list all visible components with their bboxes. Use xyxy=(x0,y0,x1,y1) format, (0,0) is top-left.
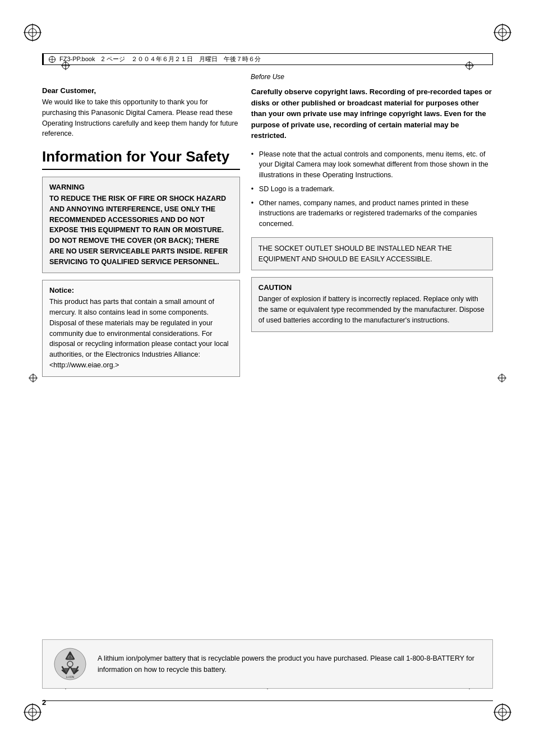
caution-title: CAUTION xyxy=(259,283,486,292)
recycle-icon: Li-ION xyxy=(53,647,87,681)
info-safety-title: Information for Your Safety xyxy=(42,148,240,165)
corner-mark-br xyxy=(492,702,513,722)
notice-text: This product has parts that contain a sm… xyxy=(49,297,233,370)
notice-title: Notice: xyxy=(49,286,233,294)
bullet-item-2: SD Logo is a trademark. xyxy=(251,184,493,195)
cross-mark-mr xyxy=(497,373,507,383)
warning-text: TO REDUCE THE RISK OF FIRE OR SHOCK HAZA… xyxy=(49,193,233,267)
corner-mark-tr xyxy=(492,22,513,43)
page-number: 2 xyxy=(42,698,46,707)
bottom-divider xyxy=(42,700,493,701)
bullet-item-1: Please note that the actual controls and… xyxy=(251,149,493,181)
warning-box: WARNING TO REDUCE THE RISK OF FIRE OR SH… xyxy=(42,177,240,273)
socket-outlet-text: THE SOCKET OUTLET SHOULD BE INSTALLED NE… xyxy=(259,245,452,263)
copyright-text: Carefully observe copyright laws. Record… xyxy=(251,86,493,141)
right-column: Carefully observe copyright laws. Record… xyxy=(251,86,493,377)
dear-customer-text: We would like to take this opportunity t… xyxy=(42,97,240,139)
corner-mark-bl xyxy=(22,702,43,722)
recycle-section: Li-ION A lithium ion/polymer battery tha… xyxy=(42,639,493,689)
left-column: Dear Customer, We would like to take thi… xyxy=(42,86,240,377)
svg-text:Li-ION: Li-ION xyxy=(66,675,75,679)
bullet-list: Please note that the actual controls and… xyxy=(251,149,493,229)
page: FZ3-PP.book 2 ページ ２００４年６月２１日 月曜日 午後７時６分 … xyxy=(0,0,535,756)
header-text: FZ3-PP.book 2 ページ ２００４年６月２１日 月曜日 午後７時６分 xyxy=(59,55,261,63)
header-bar: FZ3-PP.book 2 ページ ２００４年６月２１日 月曜日 午後７時６分 xyxy=(42,53,493,65)
before-use-label: Before Use xyxy=(42,73,493,81)
cross-mark-ml xyxy=(28,373,38,383)
caution-box: CAUTION Danger of explosion if battery i… xyxy=(251,277,493,331)
socket-outlet-box: THE SOCKET OUTLET SHOULD BE INSTALLED NE… xyxy=(251,237,493,271)
two-column-layout: Dear Customer, We would like to take thi… xyxy=(42,86,493,377)
caution-text: Danger of explosion if battery is incorr… xyxy=(259,294,486,325)
bullet-item-3: Other names, company names, and product … xyxy=(251,198,493,229)
info-safety-divider xyxy=(42,169,240,170)
dear-customer-title: Dear Customer, xyxy=(42,86,240,95)
recycle-text: A lithium ion/polymer battery that is re… xyxy=(98,653,482,675)
content-area: Before Use Dear Customer, We would like … xyxy=(42,73,493,700)
corner-mark-tl xyxy=(22,22,43,43)
notice-box: Notice: This product has parts that cont… xyxy=(42,280,240,376)
warning-title: WARNING xyxy=(49,183,233,191)
